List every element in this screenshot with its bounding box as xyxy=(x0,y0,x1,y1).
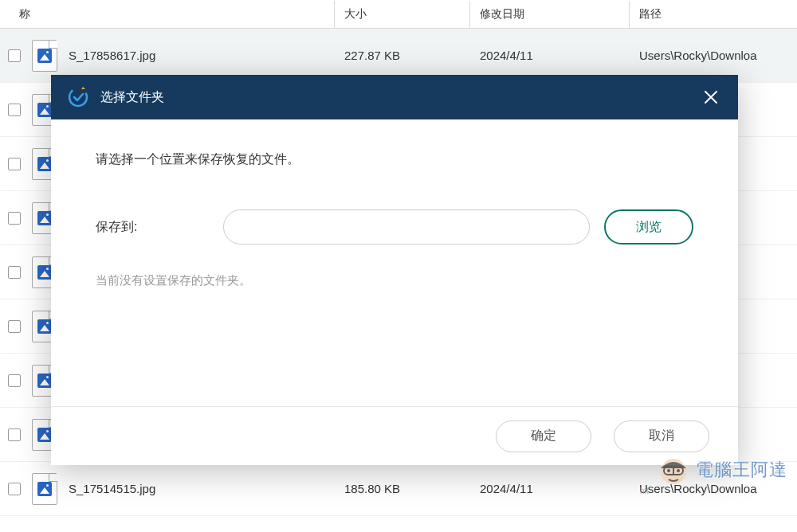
dialog-title: 选择文件夹 xyxy=(100,89,700,106)
file-date: 2024/4/11 xyxy=(470,42,630,68)
image-badge-icon xyxy=(37,374,52,388)
table-header: 称 大小 修改日期 路径 xyxy=(0,0,797,29)
watermark: 電腦王阿達 htt xyxy=(656,452,787,487)
header-size[interactable]: 大小 xyxy=(335,1,470,28)
row-checkbox[interactable] xyxy=(8,428,21,441)
row-checkbox[interactable] xyxy=(8,49,21,62)
file-icon xyxy=(32,40,57,72)
hint-text: 当前没有设置保存的文件夹。 xyxy=(96,273,693,288)
row-checkbox[interactable] xyxy=(8,158,21,170)
image-badge-icon xyxy=(37,49,52,63)
image-badge-icon xyxy=(37,265,52,280)
dialog-footer: 确定 取消 xyxy=(51,406,738,465)
row-checkbox[interactable] xyxy=(8,320,21,333)
cancel-button[interactable]: 取消 xyxy=(614,421,709,452)
instruction-text: 请选择一个位置来保存恢复的文件。 xyxy=(96,151,693,168)
select-folder-dialog: 选择文件夹 请选择一个位置来保存恢复的文件。 保存到: 浏览 当前没有设置保存的… xyxy=(51,75,738,465)
header-name[interactable]: 称 xyxy=(0,1,335,28)
file-size: 185.80 KB xyxy=(335,475,470,502)
image-badge-icon xyxy=(37,428,52,442)
header-date[interactable]: 修改日期 xyxy=(470,1,630,28)
file-path: Users\Rocky\Downloa xyxy=(630,42,797,68)
image-badge-icon xyxy=(37,319,52,334)
image-badge-icon xyxy=(37,103,52,117)
save-to-label: 保存到: xyxy=(96,219,223,236)
row-checkbox[interactable] xyxy=(8,374,21,387)
close-icon xyxy=(703,89,719,105)
file-date: 2024/4/11 xyxy=(470,475,630,502)
row-checkbox[interactable] xyxy=(8,212,21,225)
image-badge-icon xyxy=(37,482,52,496)
file-icon xyxy=(32,473,57,505)
svg-point-0 xyxy=(67,86,89,108)
file-size: 227.87 KB xyxy=(335,42,470,68)
svg-point-4 xyxy=(667,469,670,472)
header-path[interactable]: 路径 xyxy=(630,1,797,28)
save-path-input[interactable] xyxy=(223,209,590,244)
dialog-body: 请选择一个位置来保存恢复的文件。 保存到: 浏览 当前没有设置保存的文件夹。 xyxy=(51,119,738,406)
row-checkbox[interactable] xyxy=(8,483,21,495)
file-name: S_17858617.jpg xyxy=(69,49,155,62)
svg-point-5 xyxy=(677,469,680,472)
row-checkbox[interactable] xyxy=(8,266,21,279)
save-location-row: 保存到: 浏览 xyxy=(96,209,693,244)
image-badge-icon xyxy=(37,157,52,171)
image-badge-icon xyxy=(37,211,52,225)
browse-button[interactable]: 浏览 xyxy=(604,209,693,244)
app-logo-icon xyxy=(67,86,89,108)
watermark-mascot-icon xyxy=(656,452,691,487)
watermark-text: 電腦王阿達 xyxy=(696,458,787,482)
close-button[interactable] xyxy=(700,86,722,108)
watermark-url: htt xyxy=(640,487,649,495)
row-checkbox[interactable] xyxy=(8,104,21,116)
file-name: S_17514515.jpg xyxy=(69,482,155,495)
dialog-header: 选择文件夹 xyxy=(51,75,738,119)
ok-button[interactable]: 确定 xyxy=(496,421,591,452)
